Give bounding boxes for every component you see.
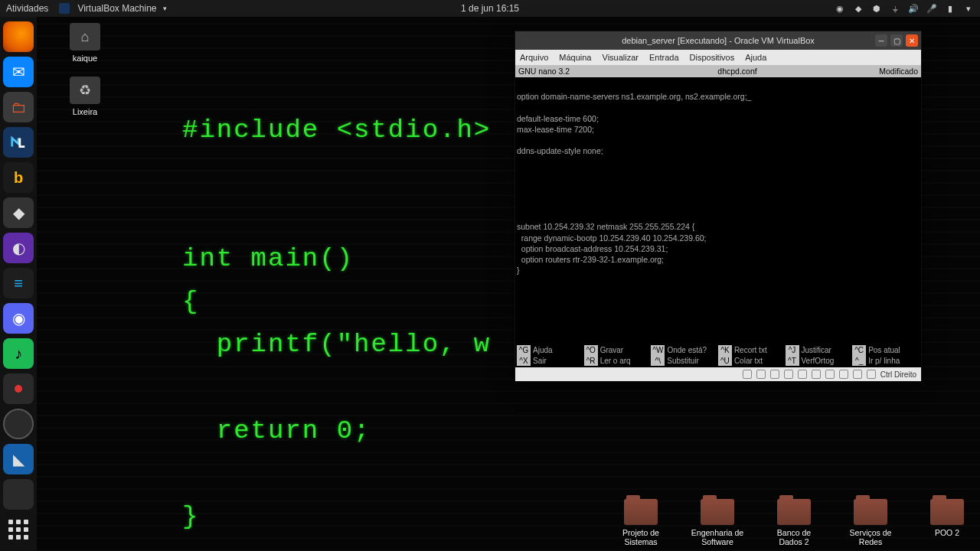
thunderbird-launcher[interactable]: ✉: [3, 57, 34, 87]
nano-shortcut: ^\Substituir: [651, 356, 718, 367]
nano-shortcut: ^JJustificar: [786, 345, 853, 356]
discord-tray-icon[interactable]: ◆: [853, 3, 864, 14]
app-launcher[interactable]: ◐: [3, 233, 34, 263]
folder-icon: [930, 499, 964, 525]
nano-shortcut: ^UColar txt: [718, 356, 786, 367]
clock[interactable]: 1 de jun 16:15: [461, 3, 519, 14]
folder-icon: [624, 499, 658, 525]
status-icon[interactable]: [867, 370, 876, 379]
icon-label: Lixeira: [58, 107, 112, 116]
nano-shortcut: ^GAjuda: [517, 345, 584, 356]
status-icon[interactable]: [825, 370, 835, 379]
desktop-folder[interactable]: Banco de Dados 2: [767, 499, 821, 546]
host-key-label: Ctrl Direito: [880, 370, 916, 379]
nano-shortcut: ^RLer o arq: [584, 356, 652, 367]
top-panel: Atividades VirtualBox Machine 1 de jun 1…: [0, 0, 980, 17]
folder-label: Banco de Dados 2: [767, 528, 821, 546]
desktop-folder[interactable]: POO 2: [920, 499, 974, 546]
app-launcher[interactable]: [3, 479, 34, 510]
virtualbox-launcher[interactable]: [3, 127, 34, 158]
activities-button[interactable]: Atividades: [6, 3, 48, 14]
inkscape-launcher[interactable]: ◆: [3, 197, 34, 228]
folder-label: Engenharia de Software: [691, 528, 744, 546]
show-applications-button[interactable]: [0, 514, 37, 545]
menu-dispositivos[interactable]: Dispositivos: [690, 53, 735, 62]
folder-icon: [701, 499, 734, 525]
wallpaper-code: #include <stdio.h> int main() { printf("…: [182, 109, 491, 538]
discord-launcher[interactable]: ◉: [3, 303, 34, 334]
nano-shortcut: ^KRecort txt: [718, 345, 786, 356]
menu-ajuda[interactable]: Ajuda: [745, 53, 766, 62]
desktop-folder-row: Projeto de SistemasEngenharia de Softwar…: [614, 499, 974, 551]
tray-icon[interactable]: ⬢: [871, 3, 882, 14]
menu-máquina[interactable]: Máquina: [559, 53, 591, 62]
nano-shortcut: ^CPos atual: [852, 345, 920, 356]
nano-shortcut: ^XSair: [517, 356, 584, 367]
desktop: #include <stdio.h> int main() { printf("…: [37, 17, 980, 551]
close-button[interactable]: ✕: [906, 34, 918, 47]
chevron-down-icon[interactable]: ▾: [963, 3, 974, 14]
vm-display[interactable]: GNU nano 3.2 dhcpd.conf Modificado optio…: [515, 65, 921, 367]
tray-icon[interactable]: ◉: [835, 3, 845, 14]
wireshark-launcher[interactable]: ◣: [3, 444, 34, 474]
nano-shortcut: ^TVerfOrtog: [786, 356, 853, 367]
obs-launcher[interactable]: [3, 409, 34, 439]
icon-label: kaique: [58, 54, 112, 63]
maximize-button[interactable]: ▢: [890, 34, 903, 47]
battery-icon[interactable]: ▮: [945, 3, 956, 14]
dock: ✉ 🗀 b ◆ ◐ ≡ ◉ ♪ ◣: [0, 17, 37, 551]
system-tray: ◉ ◆ ⬢ ⏚ 🔊 🎤 ▮ ▾: [835, 3, 974, 14]
window-titlebar[interactable]: debian_server [Executando] - Oracle VM V…: [515, 31, 921, 50]
status-icon[interactable]: [853, 370, 862, 379]
vm-statusbar: Ctrl Direito: [515, 367, 921, 381]
folder-icon: ⌂: [70, 23, 100, 51]
desktop-folder[interactable]: Projeto de Sistemas: [614, 499, 668, 546]
menu-visualizar[interactable]: Visualizar: [603, 53, 639, 62]
mic-icon[interactable]: 🎤: [926, 3, 937, 14]
nano-shortcut: ^OGravar: [584, 345, 652, 356]
app-menu[interactable]: VirtualBox Machine: [59, 3, 166, 14]
nano-content[interactable]: option domain-name-servers ns1.example.o…: [515, 77, 921, 345]
nano-header: GNU nano 3.2 dhcpd.conf Modificado: [515, 65, 921, 77]
nano-shortcut: ^_Ir p/ linha: [852, 356, 920, 367]
firefox-launcher[interactable]: [3, 21, 34, 52]
virtualbox-window[interactable]: debian_server [Executando] - Oracle VM V…: [514, 31, 922, 382]
folder-label: Projeto de Sistemas: [614, 528, 668, 546]
folder-icon: [777, 499, 811, 525]
apps-grid-icon: [8, 520, 28, 540]
minimize-button[interactable]: ─: [875, 34, 887, 47]
menu-entrada[interactable]: Entrada: [649, 53, 679, 62]
volume-icon[interactable]: 🔊: [908, 3, 919, 14]
menu-arquivo[interactable]: Arquivo: [520, 53, 548, 62]
status-icon[interactable]: [743, 370, 752, 379]
screenrec-launcher[interactable]: [3, 373, 34, 404]
status-icon[interactable]: [756, 370, 766, 379]
desktop-folder[interactable]: Engenharia de Software: [691, 499, 744, 546]
status-icon[interactable]: [798, 370, 807, 379]
network-icon[interactable]: ⏚: [890, 3, 900, 14]
beekeeper-launcher[interactable]: b: [3, 162, 34, 193]
desktop-icon-kaique[interactable]: ⌂kaique: [58, 23, 112, 63]
folder-label: Serviços de Redes: [844, 528, 897, 546]
nano-shortcuts: ^GAjuda^OGravar^WOnde está?^KRecort txt^…: [515, 345, 921, 367]
status-icon[interactable]: [812, 370, 821, 379]
folder-label: POO 2: [920, 528, 974, 537]
nano-shortcut: ^WOnde está?: [651, 345, 718, 356]
files-launcher[interactable]: 🗀: [3, 92, 34, 122]
desktop-folder[interactable]: Serviços de Redes: [844, 499, 897, 546]
status-icon[interactable]: [839, 370, 848, 379]
status-icon[interactable]: [770, 370, 779, 379]
status-icon[interactable]: [784, 370, 793, 379]
window-title: debian_server [Executando] - Oracle VM V…: [622, 36, 815, 45]
vm-menubar: ArquivoMáquinaVisualizarEntradaDispositi…: [515, 50, 921, 65]
spotify-launcher[interactable]: ♪: [3, 338, 34, 369]
vscode-launcher[interactable]: ≡: [3, 268, 34, 298]
desktop-icon-lixeira[interactable]: ♻Lixeira: [58, 77, 112, 116]
folder-icon: ♻: [70, 77, 100, 104]
folder-icon: [854, 499, 887, 525]
